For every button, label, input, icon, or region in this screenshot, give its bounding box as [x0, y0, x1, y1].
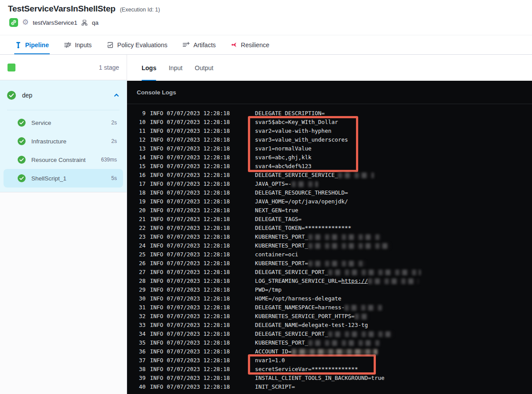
execution-id: (Execution Id: 1) — [120, 7, 160, 13]
tab-label: Artifacts — [193, 41, 216, 49]
execution-meta: ⚙ testVarsService1 qa — [9, 18, 98, 27]
log-line: 36INFO07/07/2023 12:28:18ACCOUNT_ID= — [127, 347, 532, 356]
console-header: Console Logs — [127, 81, 532, 104]
redacted-text — [345, 305, 382, 311]
step-duration: 2s — [111, 120, 117, 126]
check-circle-icon — [18, 119, 26, 127]
link-badge-icon — [9, 18, 18, 27]
log-detail-tabs: Logs Input Output — [127, 55, 532, 81]
artifacts-icon — [182, 41, 190, 48]
step-label: ShellScript_1 — [31, 175, 111, 182]
stage-count: 1 stage — [99, 64, 119, 71]
log-line: 19INFO07/07/2023 12:28:18JAVA_HOME=/opt/… — [127, 197, 532, 206]
log-link[interactable]: https:// — [341, 277, 368, 285]
tab-resilience[interactable]: Resilience — [231, 35, 270, 54]
console-lines[interactable]: 9INFO07/07/2023 12:28:18DELEGATE_DESCRIP… — [127, 109, 532, 391]
tab-logs[interactable]: Logs — [142, 55, 156, 81]
pipeline-icon — [15, 41, 22, 49]
log-line: 13INFO07/07/2023 12:28:18svar1=normalVal… — [127, 144, 532, 153]
chevron-up-icon[interactable] — [113, 92, 120, 98]
service-name[interactable]: testVarsService1 — [33, 19, 77, 26]
console-title: Console Logs — [137, 89, 176, 96]
log-line: 28INFO07/07/2023 12:28:18LOG_STREAMING_S… — [127, 277, 532, 285]
log-line: 31INFO07/07/2023 12:28:18DELEGATE_NAMESP… — [127, 303, 532, 312]
resilience-icon — [231, 41, 237, 48]
log-line: 39INFO07/07/2023 12:28:18INSTALL_CLIENT_… — [127, 374, 532, 383]
check-circle-icon — [7, 91, 16, 100]
check-circle-icon — [18, 156, 26, 164]
step-label: Service — [31, 120, 111, 126]
inputs-icon — [64, 42, 71, 48]
step-shellscript-1[interactable]: ShellScript_1 5s — [4, 169, 123, 188]
redacted-text — [328, 270, 421, 275]
step-resource-constraint[interactable]: Resource Constraint 639ms — [4, 150, 123, 169]
step-duration: 5s — [111, 175, 117, 181]
log-line: 22INFO07/07/2023 12:28:18DELEGATE_TOKEN=… — [127, 224, 532, 233]
tab-pipeline[interactable]: Pipeline — [15, 35, 49, 54]
log-line: 27INFO07/07/2023 12:28:18DELEGATE_SERVIC… — [127, 268, 532, 277]
step-service[interactable]: Service 2s — [4, 113, 123, 132]
tab-output[interactable]: Output — [195, 55, 214, 81]
redacted-text — [328, 331, 393, 337]
stage-summary-row: 1 stage — [0, 55, 127, 80]
log-line: 33INFO07/07/2023 12:28:18DELEGATE_NAME=d… — [127, 321, 532, 330]
policy-icon — [107, 41, 114, 49]
redacted-text — [292, 181, 318, 187]
log-line: 38INFO07/07/2023 12:28:18secretServiceVa… — [127, 365, 532, 374]
stage-sidebar: 1 stage dep Service 2s Infrastructure 2s — [0, 55, 127, 394]
log-line: 26INFO07/07/2023 12:28:18KUBERNETES_PORT… — [127, 259, 532, 268]
log-line: 9INFO07/07/2023 12:28:18DELEGATE_DESCRIP… — [127, 109, 532, 118]
tab-label: Policy Evaluations — [117, 41, 168, 49]
log-line: 29INFO07/07/2023 12:28:18PWD=/tmp — [127, 285, 532, 294]
log-line: 17INFO07/07/2023 12:28:18JAVA_OPTS=- — [127, 180, 532, 188]
log-line: 14INFO07/07/2023 12:28:18svar6=abc,ghj,k… — [127, 153, 532, 162]
gear-icon: ⚙ — [22, 19, 29, 26]
step-list: Service 2s Infrastructure 2s Resource Co… — [0, 110, 127, 192]
redacted-text — [368, 278, 419, 284]
tab-label: Input — [169, 64, 182, 71]
log-line: 16INFO07/07/2023 12:28:18DELEGATE_SERVIC… — [127, 171, 532, 180]
step-infrastructure[interactable]: Infrastructure 2s — [4, 132, 123, 150]
log-line: 11INFO07/07/2023 12:28:18svar2=value-wit… — [127, 127, 532, 135]
tab-label: Inputs — [75, 41, 92, 49]
page-title: TestServiceVarsInShellStep — [8, 4, 116, 14]
log-line: 10INFO07/07/2023 12:28:18svar5$abc=Key_W… — [127, 118, 532, 127]
check-circle-icon — [18, 174, 26, 182]
redacted-text — [292, 349, 378, 355]
tab-input[interactable]: Input — [169, 55, 182, 81]
execution-header: TestServiceVarsInShellStep (Execution Id… — [0, 0, 532, 35]
stage-group-header[interactable]: dep — [0, 80, 127, 110]
step-label: Resource Constraint — [31, 157, 101, 163]
title-row: TestServiceVarsInShellStep (Execution Id… — [8, 4, 160, 14]
log-line: 18INFO07/07/2023 12:28:18DELEGATE_RESOUR… — [127, 188, 532, 197]
redacted-text — [308, 340, 380, 346]
tab-label: Logs — [142, 64, 156, 71]
log-line: 12INFO07/07/2023 12:28:18svar3=value_wit… — [127, 135, 532, 144]
stage-status-square — [7, 64, 15, 71]
redacted-text — [355, 314, 368, 319]
execution-nav-tabs: Pipeline Inputs Policy Evaluations Artif… — [0, 35, 532, 55]
step-duration: 639ms — [101, 157, 117, 163]
environment-name[interactable]: qa — [92, 19, 98, 26]
environment-icon — [81, 19, 88, 26]
log-line: 24INFO07/07/2023 12:28:18KUBERNETES_PORT… — [127, 241, 532, 250]
step-duration: 2s — [111, 138, 117, 144]
redacted-text — [308, 261, 366, 266]
log-line: 40INFO07/07/2023 12:28:18INIT_SCRIPT= — [127, 383, 532, 391]
redacted-text — [338, 173, 374, 178]
log-line: 25INFO07/07/2023 12:28:18container=oci — [127, 250, 532, 259]
tab-policy-evaluations[interactable]: Policy Evaluations — [107, 35, 168, 54]
tab-label: Resilience — [241, 41, 270, 49]
log-line: 15INFO07/07/2023 12:28:18svar4=abc%def%1… — [127, 162, 532, 171]
stage-group-section: dep Service 2s Infrastructure 2s Resourc… — [0, 80, 127, 192]
log-line: 37INFO07/07/2023 12:28:18nvar1=1.0 — [127, 356, 532, 365]
step-label: Infrastructure — [31, 138, 111, 145]
log-line: 30INFO07/07/2023 12:28:18HOME=/opt/harne… — [127, 294, 532, 303]
redacted-text — [308, 243, 390, 249]
log-line: 20INFO07/07/2023 12:28:18NEXT_GEN=true — [127, 206, 532, 215]
log-line: 35INFO07/07/2023 12:28:18KUBERNETES_PORT… — [127, 338, 532, 347]
tab-inputs[interactable]: Inputs — [64, 35, 92, 54]
tab-artifacts[interactable]: Artifacts — [182, 35, 216, 54]
check-circle-icon — [18, 137, 26, 145]
log-line: 21INFO07/07/2023 12:28:18DELEGATE_TAGS= — [127, 215, 532, 224]
